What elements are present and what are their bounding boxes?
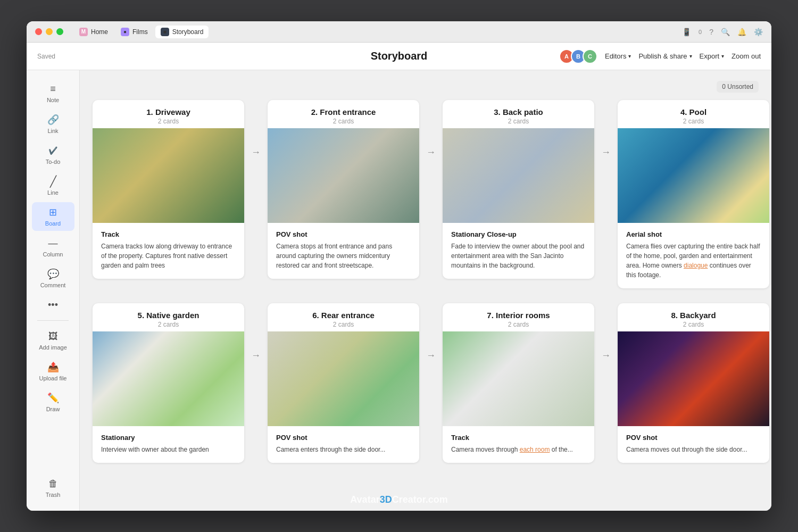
toolbar-right: A B C Editors ▾ Publish & share ▾ Export… [562,49,761,64]
sidebar-item-link[interactable]: 🔗 Link [32,110,74,138]
card-7-count: 2 cards [451,321,586,328]
tab-films-label: Films [132,28,148,36]
tab-home-label: Home [91,28,108,36]
films-tab-icon: ● [121,28,129,36]
arrow-2-3: → [419,100,443,158]
tab-storyboard-label: Storyboard [172,28,204,36]
comment-icon: 💬 [47,268,59,280]
trash-icon: 🗑 [48,478,58,489]
sidebar-note-label: Note [47,97,59,103]
arrow-1-2: → [244,100,268,158]
card-7-interior-rooms: 7. Interior rooms 2 cards Track Camera m… [443,303,594,463]
arrow-6-7: → [419,303,443,361]
search-icon[interactable]: 🔍 [721,28,730,36]
card-6-rear-entrance: 6. Rear entrance 2 cards POV shot Camera… [268,303,419,463]
card-6-title: 6. Rear entrance [276,311,411,320]
each-room-link[interactable]: each room [520,446,550,453]
minimize-button[interactable] [46,28,53,35]
export-button[interactable]: Export ▾ [700,52,725,60]
tab-storyboard[interactable]: ■ Storyboard [155,26,209,38]
sidebar-item-draw[interactable]: ✏️ Draw [32,388,74,417]
tab-home[interactable]: M Home [74,26,113,38]
card-8-image [618,331,769,426]
card-6-count: 2 cards [276,321,411,328]
sidebar-add-image-label: Add image [39,344,67,351]
card-group-6: 6. Rear entrance 2 cards POV shot Camera… [268,303,419,463]
home-tab-icon: M [79,28,88,36]
close-button[interactable] [35,28,42,35]
zoom-out-button[interactable]: Zoom out [732,52,761,60]
maximize-button[interactable] [56,28,63,35]
storyboard-tab-icon: ■ [161,28,169,36]
help-icon[interactable]: ? [709,28,713,36]
card-5-image [93,331,244,426]
editors-button[interactable]: Editors ▾ [605,52,631,60]
card-5-description: Interview with owner about the garden [101,445,236,454]
unsorted-badge: 0 Unsorted [717,81,759,93]
link-icon: 🔗 [47,114,59,126]
card-5-body: Stationary Interview with owner about th… [93,426,244,463]
sidebar-draw-label: Draw [46,406,60,412]
cards-row-2: 5. Native garden 2 cards Stationary Inte… [93,303,759,463]
editor-avatars: A B C [562,49,597,64]
sidebar-item-comment[interactable]: 💬 Comment [32,264,74,293]
card-7-image [443,331,594,426]
card-4-pool: 4. Pool 2 cards Aerial shot Camera flies… [618,100,769,288]
page-title: Storyboard [371,50,428,62]
card-group-3: 3. Back patio 2 cards Stationary Close-u… [443,100,594,279]
sidebar-board-label: Board [45,220,61,227]
sidebar-line-label: Line [47,189,59,196]
publish-share-button[interactable]: Publish & share ▾ [638,52,692,60]
card-7-description: Camera moves through each room of the... [451,445,586,454]
notification-icon[interactable]: 🔔 [737,28,746,36]
card-3-header: 3. Back patio 2 cards [443,100,594,128]
card-1-driveway: 1. Driveway 2 cards Track Camera tracks … [93,100,244,279]
sidebar-todo-label: To-do [46,159,61,165]
card-1-description: Camera tracks low along driveway to entr… [101,242,236,270]
card-group-4: 4. Pool 2 cards Aerial shot Camera flies… [618,100,769,288]
device-icon[interactable]: 📱 [682,28,691,36]
sidebar-item-column[interactable]: ― Column [32,233,74,262]
card-4-image [618,128,769,223]
card-8-backyard: 8. Backyard 2 cards POV shot Camera move… [618,303,769,463]
card-8-header: 8. Backyard 2 cards [618,303,769,331]
sidebar-item-note[interactable]: ≡ Note [32,79,74,107]
editors-chevron-icon: ▾ [628,53,631,59]
zoom-label: Zoom out [732,52,761,60]
more-icon: ••• [48,299,58,311]
arrow-3-4: → [594,100,618,158]
card-8-count: 2 cards [626,321,761,328]
settings-icon[interactable]: ⚙️ [754,28,763,36]
sidebar-item-upload-file[interactable]: 📤 Upload file [32,357,74,386]
card-3-title: 3. Back patio [451,107,586,117]
card-8-description: Camera moves out through the side door..… [626,445,761,454]
publish-label: Publish & share [638,52,687,60]
card-2-header: 2. Front entrance 2 cards [268,100,419,128]
sidebar-item-more[interactable]: ••• [32,295,74,315]
cards-row-1: 1. Driveway 2 cards Track Camera tracks … [93,100,759,288]
card-3-description: Fade to interview the owner about the po… [451,242,586,270]
saved-status: Saved [37,53,55,60]
sidebar-trash-label: Trash [46,492,61,498]
draw-icon: ✏️ [47,392,59,404]
toolbar: Saved Storyboard A B C Editors ▾ Publish… [27,43,771,70]
card-2-description: Camera stops at front entrance and pans … [276,242,411,270]
card-2-count: 2 cards [276,118,411,125]
sidebar-item-todo[interactable]: ✔️ To-do [32,140,74,169]
sidebar-upload-label: Upload file [39,375,67,381]
card-5-native-garden: 5. Native garden 2 cards Stationary Inte… [93,303,244,463]
note-icon: ≡ [50,83,56,95]
tab-films[interactable]: ● Films [115,26,153,38]
sidebar-item-add-image[interactable]: 🖼 Add image [32,326,74,355]
todo-icon: ✔️ [48,145,57,156]
card-7-header: 7. Interior rooms 2 cards [443,303,594,331]
sidebar-item-line[interactable]: ╱ Line [32,171,74,200]
sidebar-item-board[interactable]: ⊞ Board [32,202,74,231]
sidebar-item-trash[interactable]: 🗑 Trash [32,473,74,502]
card-4-description: Camera flies over capturing the entire b… [626,242,761,280]
dialogue-link[interactable]: dialogue [684,262,708,269]
add-image-icon: 🖼 [48,330,58,342]
card-6-description: Camera enters through the side door... [276,445,411,454]
export-label: Export [700,52,720,60]
column-icon: ― [48,237,58,249]
